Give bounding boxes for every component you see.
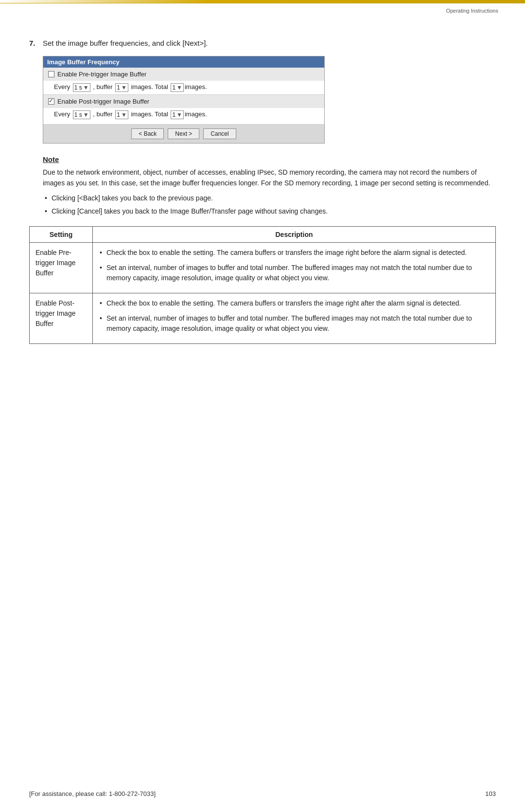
footer: [For assistance, please call: 1-800-272-… <box>0 790 525 797</box>
note-bullet-1: Clicking [<Back] takes you back to the p… <box>43 193 496 203</box>
post-total-value: 1 <box>172 111 175 118</box>
note-paragraph: Due to the network environment, object, … <box>43 167 496 188</box>
desc-2-item-2: Set an interval, number of images to buf… <box>99 313 490 334</box>
col-header-description: Description <box>93 227 496 243</box>
main-content: 7. Set the image buffer frequencies, and… <box>0 24 525 383</box>
post-trigger-row: Enable Post-trigger Image Buffer <box>43 95 324 108</box>
note-bullets: Clicking [<Back] takes you back to the p… <box>43 193 496 217</box>
col-header-setting: Setting <box>30 227 93 243</box>
pre-total-arrow: ▼ <box>176 84 182 91</box>
note-bullet-2: Clicking [Cancel] takes you back to the … <box>43 206 496 217</box>
desc-1-list: Check the box to enable the setting. The… <box>99 248 490 283</box>
note-section: Note Due to the network environment, obj… <box>43 155 496 217</box>
header-label: Operating Instructions <box>446 8 498 14</box>
desc-cell-2: Check the box to enable the setting. The… <box>93 293 496 344</box>
desc-cell-1: Check the box to enable the setting. The… <box>93 243 496 293</box>
pre-images-label: images. Total <box>129 83 170 90</box>
post-trigger-label: Enable Post-trigger Image Buffer <box>57 98 149 105</box>
post-trigger-checkbox[interactable] <box>48 98 54 105</box>
desc-1-item-2: Set an interval, number of images to buf… <box>99 263 490 283</box>
post-trigger-settings: Every 1 s ▼ , buffer 1 ▼ images. Total 1… <box>43 108 324 124</box>
pre-buffer-value: 1 <box>117 84 120 91</box>
pre-total-select[interactable]: 1 ▼ <box>171 83 184 92</box>
ibf-title: Image Buffer Frequency <box>43 56 324 68</box>
table-header-row: Setting Description <box>30 227 496 243</box>
note-title: Note <box>43 155 496 163</box>
pre-buffer-select[interactable]: 1 ▼ <box>115 83 128 92</box>
pre-every-label: Every <box>54 83 72 90</box>
setting-cell-2: Enable Post-trigger Image Buffer <box>30 293 93 344</box>
post-total-arrow: ▼ <box>176 111 182 118</box>
pre-trigger-checkbox[interactable] <box>48 71 54 77</box>
pre-buffer-arrow: ▼ <box>121 84 127 91</box>
post-images-label: images. Total <box>129 110 170 118</box>
pre-images-suffix: images. <box>185 83 207 90</box>
image-buffer-frequency-box: Image Buffer Frequency Enable Pre-trigge… <box>43 56 325 144</box>
step-number: 7. <box>29 39 43 47</box>
top-accent-line <box>0 3 525 3</box>
post-every-select[interactable]: 1 s ▼ <box>73 110 90 119</box>
ibf-button-row: < Back Next > Cancel <box>43 125 324 143</box>
step-text: Set the image buffer frequencies, and cl… <box>43 39 208 47</box>
post-buffer-select[interactable]: 1 ▼ <box>115 110 128 119</box>
post-every-label: Every <box>54 110 72 118</box>
post-buffer-arrow: ▼ <box>121 111 127 118</box>
setting-cell-1: Enable Pre-trigger Image Buffer <box>30 243 93 293</box>
pre-total-value: 1 <box>172 84 175 91</box>
post-total-select[interactable]: 1 ▼ <box>171 110 184 119</box>
pre-every-select[interactable]: 1 s ▼ <box>73 83 90 92</box>
pre-trigger-settings: Every 1 s ▼ , buffer 1 ▼ images. Total 1… <box>43 81 324 94</box>
table-row: Enable Pre-trigger Image Buffer Check th… <box>30 243 496 293</box>
back-button[interactable]: < Back <box>131 128 164 139</box>
cancel-button[interactable]: Cancel <box>203 128 236 139</box>
footer-assistance: [For assistance, please call: 1-800-272-… <box>29 790 156 797</box>
pre-trigger-row: Enable Pre-trigger Image Buffer <box>43 68 324 81</box>
post-every-value: 1 s <box>74 111 82 118</box>
desc-1-item-1: Check the box to enable the setting. The… <box>99 248 490 258</box>
post-buffer-value: 1 <box>117 111 120 118</box>
description-table: Setting Description Enable Pre-trigger I… <box>29 226 496 344</box>
post-images-suffix: images. <box>185 110 207 118</box>
next-button[interactable]: Next > <box>168 128 199 139</box>
pre-every-arrow: ▼ <box>83 84 89 91</box>
footer-page: 103 <box>485 790 496 797</box>
setting-2-text: Enable Post-trigger Image Buffer <box>35 299 75 327</box>
pre-trigger-label: Enable Pre-trigger Image Buffer <box>57 71 146 78</box>
post-buffer-label: , buffer <box>91 110 114 118</box>
step-7-line: 7. Set the image buffer frequencies, and… <box>29 39 496 47</box>
pre-every-value: 1 s <box>74 84 82 91</box>
desc-2-item-1: Check the box to enable the setting. The… <box>99 298 490 308</box>
setting-1-text: Enable Pre-trigger Image Buffer <box>35 249 75 277</box>
table-row: Enable Post-trigger Image Buffer Check t… <box>30 293 496 344</box>
post-every-arrow: ▼ <box>83 111 89 118</box>
desc-2-list: Check the box to enable the setting. The… <box>99 298 490 334</box>
pre-buffer-label: , buffer <box>91 83 114 90</box>
